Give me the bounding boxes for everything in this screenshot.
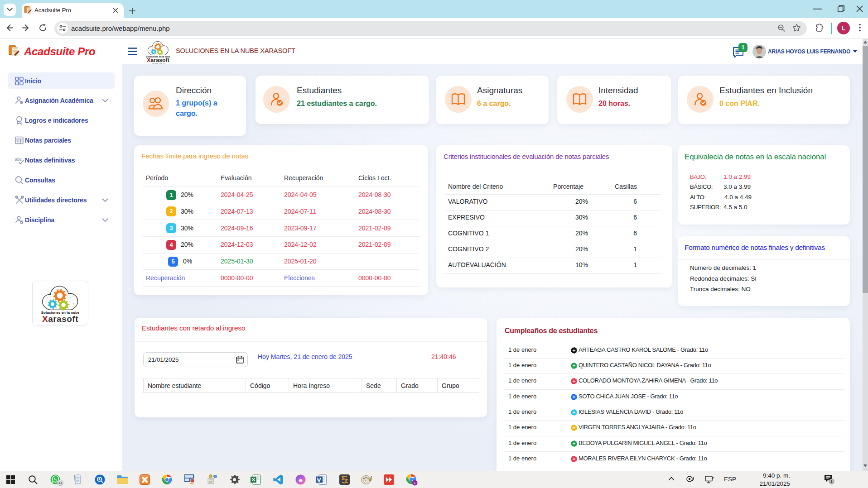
svg-text:L: L [414, 481, 416, 485]
svg-text:1: 1 [830, 479, 833, 484]
svg-text:14: 14 [58, 481, 63, 485]
svg-text:abc: abc [15, 157, 22, 162]
